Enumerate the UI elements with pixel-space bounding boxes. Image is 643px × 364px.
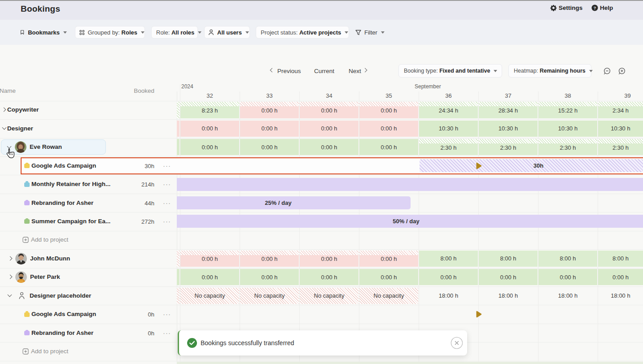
svg-text:?: ? [594, 6, 596, 10]
